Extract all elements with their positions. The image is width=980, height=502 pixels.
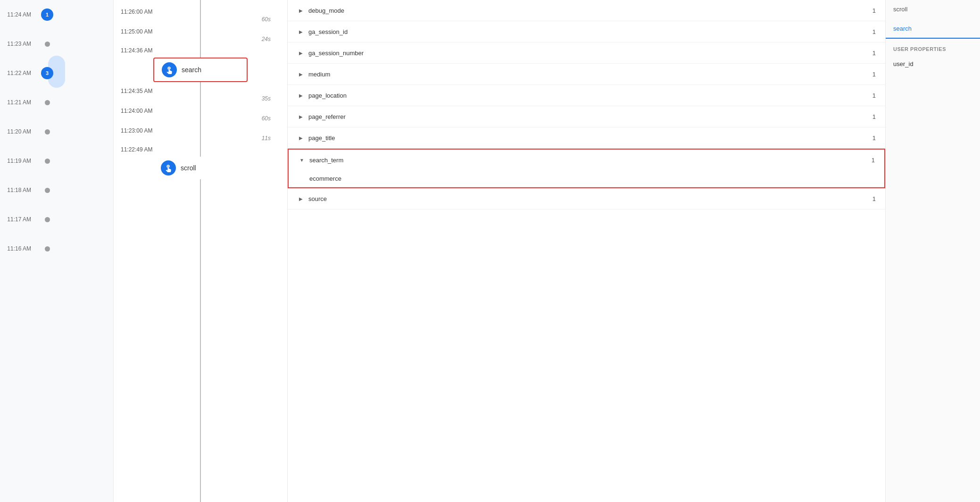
prop-name-page-location: page_location <box>308 92 866 99</box>
dot-1119 <box>45 159 50 164</box>
time-label-1123: 11:23 AM <box>0 41 38 47</box>
prop-count-ga-session-number: 1 <box>866 50 876 57</box>
duration-value-112300: 11s <box>262 135 271 142</box>
duration-value-112500: 24s <box>262 36 271 42</box>
arrow-debug-mode: ▶ <box>297 7 305 14</box>
prop-row-medium[interactable]: ▶ medium 1 <box>288 64 885 85</box>
prop-count-ga-session-id: 1 <box>866 28 876 35</box>
arrow-ga-session-id: ▶ <box>297 28 305 35</box>
timeline-row-1116[interactable]: 11:16 AM <box>0 234 113 263</box>
time-marker-112400: 11:24:00 AM <box>114 104 287 115</box>
sidebar-item-search[interactable]: search <box>886 19 980 39</box>
arrow-ga-session-number: ▶ <box>297 49 305 57</box>
dot-1121 <box>45 100 50 105</box>
indicator-1124: 1 <box>38 8 57 21</box>
prop-count-medium: 1 <box>866 71 876 78</box>
prop-row-page-location[interactable]: ▶ page_location 1 <box>288 85 885 106</box>
prop-row-search-term[interactable]: ▼ search_term 1 <box>289 150 884 170</box>
properties-panel: ▶ debug_mode 1 ▶ ga_session_id 1 ▶ ga_se… <box>288 0 886 502</box>
time-label-1117: 11:17 AM <box>0 216 38 223</box>
indicator-1117 <box>38 217 57 222</box>
indicator-1118 <box>38 188 57 193</box>
arrow-source: ▶ <box>297 195 305 202</box>
sidebar-search-label: search <box>893 25 912 32</box>
search-event-label: search <box>182 66 201 74</box>
duration-112300: 11s <box>114 135 287 142</box>
badge-1122: 3 <box>41 67 53 79</box>
time-marker-112500: 11:25:00 AM <box>114 25 287 36</box>
scroll-event-container: scroll <box>114 157 287 179</box>
timeline-row-1120[interactable]: 11:20 AM <box>0 117 113 146</box>
dot-1118 <box>45 188 50 193</box>
prop-row-ga-session-id[interactable]: ▶ ga_session_id 1 <box>288 21 885 42</box>
time-label-112435: 11:24:35 AM <box>121 88 152 94</box>
prop-row-ga-session-number[interactable]: ▶ ga_session_number 1 <box>288 42 885 64</box>
prop-row-page-referrer[interactable]: ▶ page_referrer 1 <box>288 106 885 127</box>
prop-row-search-term-group: ▼ search_term 1 ecommerce <box>288 149 885 188</box>
search-event-icon <box>162 62 177 77</box>
duration-112435: 35s <box>114 95 287 102</box>
dot-1123 <box>45 42 50 47</box>
prop-count-search-term: 1 <box>865 157 875 164</box>
sidebar-prop-user-id: user_id <box>886 56 980 72</box>
prop-count-debug-mode: 1 <box>866 7 876 14</box>
time-label-112300: 11:23:00 AM <box>121 127 152 134</box>
arrow-search-term: ▼ <box>298 156 306 164</box>
prop-name-page-title: page_title <box>308 134 866 142</box>
indicator-1116 <box>38 246 57 251</box>
time-marker-112600: 11:26:00 AM <box>114 5 287 16</box>
time-label-1124: 11:24 AM <box>0 11 38 18</box>
prop-name-ga-session-id: ga_session_id <box>308 28 866 35</box>
badge-1124: 1 <box>41 8 53 21</box>
search-event-container: search <box>114 58 287 82</box>
prop-row-page-title[interactable]: ▶ page_title 1 <box>288 127 885 149</box>
time-label-112400: 11:24:00 AM <box>121 108 152 114</box>
time-label-1121: 11:21 AM <box>0 99 38 106</box>
duration-112600: 60s <box>114 16 287 23</box>
dot-1120 <box>45 129 50 134</box>
search-event-block[interactable]: search <box>153 58 248 82</box>
duration-112500: 24s <box>114 36 287 42</box>
time-marker-112436: 11:24:36 AM <box>114 44 287 55</box>
time-label-1118: 11:18 AM <box>0 187 38 193</box>
prop-child-ecommerce: ecommerce <box>289 170 884 187</box>
timeline-row-1123[interactable]: 11:23 AM <box>0 29 113 59</box>
time-label-1119: 11:19 AM <box>0 158 38 164</box>
prop-row-debug-mode[interactable]: ▶ debug_mode 1 <box>288 0 885 21</box>
sidebar-scroll-label: scroll <box>893 6 907 13</box>
dot-1116 <box>45 246 50 251</box>
prop-count-page-location: 1 <box>866 92 876 99</box>
sidebar-item-scroll[interactable]: scroll <box>886 0 980 19</box>
right-sidebar: scroll search USER PROPERTIES user_id <box>886 0 980 502</box>
prop-name-source: source <box>308 195 866 202</box>
prop-count-page-title: 1 <box>866 134 876 142</box>
arrow-page-referrer: ▶ <box>297 113 305 120</box>
time-label-1122: 11:22 AM <box>0 70 38 76</box>
duration-112400: 60s <box>114 115 287 122</box>
indicator-1121 <box>38 100 57 105</box>
scroll-event-block[interactable]: scroll <box>153 157 248 179</box>
prop-name-medium: medium <box>308 71 866 78</box>
dot-1117 <box>45 217 50 222</box>
indicator-1119 <box>38 159 57 164</box>
prop-name-page-referrer: page_referrer <box>308 113 866 120</box>
indicator-1123 <box>38 42 57 47</box>
prop-row-source[interactable]: ▶ source 1 <box>288 188 885 209</box>
middle-timeline-panel: 11:26:00 AM 60s 11:25:00 AM 24s 11:24:36… <box>113 0 288 502</box>
timeline-row-1117[interactable]: 11:17 AM <box>0 205 113 234</box>
timeline-row-1119[interactable]: 11:19 AM <box>0 146 113 176</box>
prop-name-search-term: search_term <box>309 157 865 164</box>
duration-value-112435: 35s <box>262 95 271 102</box>
time-label-1120: 11:20 AM <box>0 128 38 135</box>
timeline-row-1121[interactable]: 11:21 AM <box>0 88 113 117</box>
time-label-112600: 11:26:00 AM <box>121 8 152 15</box>
touch-icon <box>165 66 174 74</box>
timeline-row-1118[interactable]: 11:18 AM <box>0 176 113 205</box>
timeline-row-1124[interactable]: 11:24 AM 1 <box>0 0 113 29</box>
scroll-event-icon <box>161 160 176 176</box>
time-marker-112249: 11:22:49 AM <box>114 143 287 154</box>
duration-value-112400: 60s <box>262 115 271 122</box>
time-marker-112300: 11:23:00 AM <box>114 124 287 135</box>
duration-value-112600: 60s <box>262 16 271 23</box>
scroll-event-label: scroll <box>181 164 196 172</box>
